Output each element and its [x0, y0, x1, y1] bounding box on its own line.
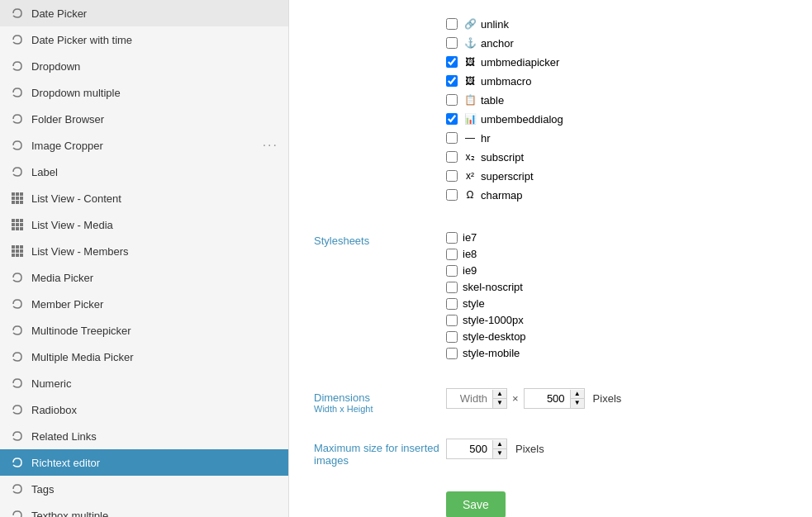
max-size-up-button[interactable]: ▲	[493, 440, 506, 449]
ss-label-style-1000px: style-1000px	[463, 314, 524, 326]
sidebar-icon-date-picker	[10, 6, 25, 21]
sidebar-item-folder-browser[interactable]: Folder Browser	[0, 106, 288, 132]
sidebar-item-textbox-multiple[interactable]: Textbox multiple	[0, 502, 288, 517]
height-input[interactable]	[525, 389, 570, 408]
max-size-down-button[interactable]: ▼	[493, 449, 506, 458]
sidebar-icon-dropdown	[10, 59, 25, 74]
cb-icon-superscript: x²	[463, 168, 477, 183]
checkbox-umbmacro[interactable]	[446, 75, 458, 87]
sidebar-label-multinode-treepicker: Multinode Treepicker	[31, 325, 278, 337]
cb-icon-umbembeddialog: 📊	[463, 111, 477, 126]
ss-checkbox-style-1000px[interactable]	[446, 315, 458, 326]
save-button[interactable]: Save	[446, 491, 506, 517]
cb-label-subscript: subscript	[481, 151, 524, 164]
cb-label-charmap: charmap	[481, 189, 523, 202]
ss-checkbox-ie9[interactable]	[446, 265, 458, 277]
sidebar-icon-radiobox	[10, 402, 25, 417]
ss-cb-style-desktop: style-desktop	[446, 330, 787, 343]
checkbox-charmap[interactable]	[446, 189, 458, 201]
sidebar-item-image-cropper[interactable]: Image Cropper···	[0, 132, 288, 159]
sidebar-item-label[interactable]: Label	[0, 159, 288, 185]
dimensions-inputs: ▲ ▼ × ▲ ▼ Pixels	[446, 388, 787, 409]
cb-label-superscript: superscript	[481, 170, 534, 183]
save-row: Save	[314, 491, 787, 517]
svg-rect-5	[20, 197, 23, 200]
cb-label-anchor: anchor	[481, 37, 514, 50]
svg-rect-1	[16, 192, 19, 196]
sidebar-item-list-view-members[interactable]: List View - Members	[0, 238, 288, 264]
width-input[interactable]	[447, 389, 492, 408]
svg-rect-6	[12, 201, 15, 204]
toolbar-cb-umbmacro: 🖼umbmacro	[446, 74, 787, 88]
checkbox-subscript[interactable]	[446, 151, 458, 163]
checkbox-hr[interactable]	[446, 132, 458, 144]
width-down-button[interactable]: ▼	[493, 399, 506, 408]
sidebar-label-list-view-members: List View - Members	[31, 245, 278, 258]
ss-checkbox-style[interactable]	[446, 298, 458, 310]
sidebar-item-multinode-treepicker[interactable]: Multinode Treepicker	[0, 317, 288, 344]
sidebar-icon-list-view-members	[10, 244, 25, 258]
sidebar: Date PickerDate Picker with timeDropdown…	[0, 0, 289, 517]
sidebar-label-folder-browser: Folder Browser	[31, 113, 278, 126]
dimensions-row: Dimensions Width x Height ▲ ▼ ×	[314, 388, 787, 414]
ss-checkbox-style-mobile[interactable]	[446, 348, 458, 359]
toolbar-row: 🔗unlink⚓anchor🖼umbmediapicker🖼umbmacro📋t…	[314, 17, 787, 206]
sidebar-item-numeric[interactable]: Numeric	[0, 370, 288, 396]
cb-label-hr: hr	[481, 132, 491, 145]
sidebar-icon-member-picker	[10, 296, 25, 311]
cb-icon-charmap: Ω	[463, 187, 477, 202]
width-arrows: ▲ ▼	[492, 390, 506, 408]
sidebar-label-multiple-media-picker: Multiple Media Picker	[31, 351, 278, 363]
sidebar-item-radiobox[interactable]: Radiobox	[0, 396, 288, 423]
checkbox-anchor[interactable]	[446, 37, 458, 49]
ss-cb-ie8: ie8	[446, 248, 787, 260]
height-down-button[interactable]: ▼	[571, 399, 584, 408]
svg-rect-11	[20, 219, 23, 222]
checkbox-superscript[interactable]	[446, 170, 458, 182]
sidebar-icon-folder-browser	[10, 111, 25, 126]
checkbox-table[interactable]	[446, 94, 458, 106]
max-size-input[interactable]	[447, 439, 492, 458]
cb-label-umbmediapicker: umbmediapicker	[481, 56, 559, 69]
width-up-button[interactable]: ▲	[493, 390, 506, 399]
sidebar-item-member-picker[interactable]: Member Picker	[0, 291, 288, 317]
sidebar-item-list-view-media[interactable]: List View - Media	[0, 211, 288, 238]
height-up-button[interactable]: ▲	[571, 390, 584, 399]
stylesheets-checkboxes: ie7ie8ie9skel-noscriptstylestyle-1000pxs…	[446, 231, 787, 363]
svg-rect-26	[20, 254, 23, 257]
sidebar-item-media-picker[interactable]: Media Picker	[0, 264, 288, 291]
checkbox-unlink[interactable]	[446, 18, 458, 30]
sidebar-item-multiple-media-picker[interactable]: Multiple Media Picker	[0, 344, 288, 370]
dimensions-section: Dimensions Width x Height ▲ ▼ ×	[314, 388, 787, 414]
svg-rect-16	[16, 227, 19, 230]
sidebar-item-list-view-content[interactable]: List View - Content	[0, 185, 288, 211]
stylesheets-row: Stylesheets ie7ie8ie9skel-noscriptstyles…	[314, 231, 787, 363]
sidebar-item-tags[interactable]: Tags	[0, 476, 288, 502]
sidebar-item-date-picker-time[interactable]: Date Picker with time	[0, 26, 288, 53]
cb-label-unlink: unlink	[481, 18, 509, 31]
sidebar-item-related-links[interactable]: Related Links	[0, 423, 288, 449]
sidebar-item-richtext-editor[interactable]: Richtext editor	[0, 449, 288, 476]
sidebar-item-dropdown-multiple[interactable]: Dropdown multiple	[0, 79, 288, 106]
cb-icon-unlink: 🔗	[463, 17, 477, 31]
ss-checkbox-skel-noscript[interactable]	[446, 282, 458, 293]
sidebar-item-date-picker[interactable]: Date Picker	[0, 0, 288, 26]
cb-icon-anchor: ⚓	[463, 36, 477, 50]
max-size-inputs: ▲ ▼ Pixels	[446, 439, 787, 459]
dimensions-label-text: Dimensions	[314, 391, 370, 404]
sidebar-label-member-picker: Member Picker	[31, 298, 278, 311]
checkbox-umbembeddialog[interactable]	[446, 113, 458, 125]
sidebar-dots-image-cropper[interactable]: ···	[263, 138, 278, 153]
cb-icon-table: 📋	[463, 92, 477, 107]
sidebar-icon-list-view-media	[10, 217, 25, 232]
ss-checkbox-ie7[interactable]	[446, 232, 458, 244]
svg-rect-17	[20, 227, 23, 230]
checkbox-umbmediapicker[interactable]	[446, 56, 458, 68]
cross-symbol: ×	[512, 392, 519, 405]
svg-rect-22	[16, 249, 19, 253]
ss-checkbox-style-desktop[interactable]	[446, 331, 458, 343]
max-size-pixels-label: Pixels	[515, 443, 544, 455]
ss-checkbox-ie8[interactable]	[446, 249, 458, 260]
sidebar-item-dropdown[interactable]: Dropdown	[0, 53, 288, 79]
dimensions-sublabel: Width x Height	[314, 404, 446, 414]
